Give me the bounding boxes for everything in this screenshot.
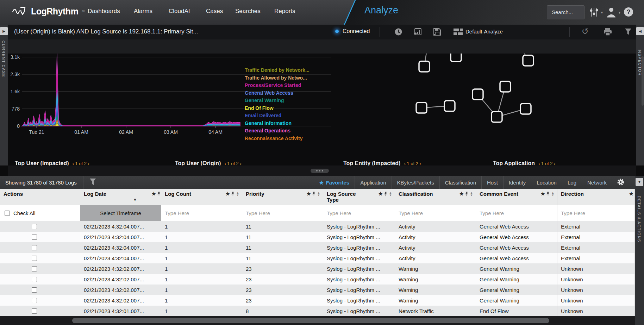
log-row[interactable]: 02/21/2023 4:32:04.007...111Syslog - Log… (0, 242, 635, 253)
column-header-common-event[interactable]: Common Event★▲▼ (476, 189, 557, 205)
nav-item-analyze-active[interactable]: Analyze (364, 5, 398, 16)
undo-icon[interactable]: ↺ (582, 27, 589, 36)
graph-node[interactable] (520, 104, 531, 114)
favorite-star-icon[interactable]: ★ (226, 191, 230, 196)
tab-network[interactable]: Network (582, 176, 612, 189)
legend-item[interactable]: Process/Service Started (245, 82, 310, 89)
column-header-log-count[interactable]: Log Count★▲▼ (161, 189, 242, 205)
active-sort-desc-icon[interactable]: ▼ (133, 198, 137, 202)
vertical-scrollbar-thumb[interactable] (642, 56, 644, 106)
sliders-icon[interactable] (589, 7, 599, 19)
filter-input-log-source-type[interactable]: Type Here (323, 210, 351, 216)
row-checkbox[interactable] (32, 235, 37, 240)
column-header-classification[interactable]: Classification★▲▼ (395, 189, 476, 205)
legend-item[interactable]: Reconnaissance Activity (245, 135, 310, 143)
pin-icon[interactable] (384, 192, 388, 196)
legend-item[interactable]: General Web Access (245, 89, 310, 97)
column-header-actions[interactable]: Actions (0, 189, 80, 205)
check-all-checkbox[interactable] (5, 211, 10, 216)
log-row[interactable]: 02/21/2023 4:32:01.007...18Syslog - LogR… (0, 306, 635, 316)
section-splitter[interactable] (8, 165, 636, 176)
nav-item-dashboards[interactable]: Dashboards (88, 8, 120, 15)
widget-pager[interactable]: ‹ 1 of 2 › (404, 161, 421, 165)
clock-icon[interactable] (394, 28, 402, 37)
graph-node[interactable] (419, 61, 430, 72)
tab-favorites[interactable]: ★Favorites (314, 176, 355, 189)
details-actions-label[interactable]: DETAILS & ACTIONS (637, 196, 641, 242)
filter-cell-log-date[interactable]: Select Timeframe (80, 205, 161, 221)
log-row[interactable]: 02/21/2023 4:32:02.007...123Syslog - Log… (0, 274, 635, 285)
filter-input-direction[interactable]: Type Here (557, 210, 585, 216)
filter-cell-log-count[interactable]: Type Here (161, 205, 242, 221)
graph-node[interactable] (492, 112, 502, 122)
log-row[interactable]: 02/21/2023 4:32:04.007...111Syslog - Log… (0, 253, 635, 263)
row-checkbox[interactable] (32, 298, 37, 303)
legend-item[interactable]: Traffic Denied by Network... (245, 67, 310, 74)
pin-icon[interactable] (546, 192, 550, 196)
graph-node[interactable] (500, 81, 511, 92)
tab-application[interactable]: Application (355, 176, 391, 189)
row-checkbox[interactable] (32, 277, 37, 282)
graph-node[interactable] (451, 54, 461, 62)
tab-log[interactable]: Log (562, 176, 582, 189)
filter-cell-classification[interactable]: Type Here (395, 205, 476, 221)
sort-arrows-icon[interactable]: ▲▼ (551, 192, 554, 196)
row-checkbox[interactable] (32, 245, 37, 250)
sort-arrows-icon[interactable]: ▲▼ (389, 192, 392, 196)
select-timeframe-button[interactable]: Select Timeframe (80, 205, 161, 221)
pin-icon[interactable] (312, 192, 316, 196)
nav-item-cases[interactable]: Cases (206, 8, 223, 15)
nav-item-alarms[interactable]: Alarms (134, 8, 152, 15)
pin-icon[interactable] (157, 192, 161, 196)
sliders-caret-icon[interactable]: ▼ (600, 11, 604, 14)
sort-arrows-icon[interactable]: ▲▼ (470, 192, 473, 196)
column-header-direction[interactable]: Direction★ (557, 189, 635, 205)
graph-node[interactable] (416, 102, 427, 113)
column-header-log-date[interactable]: Log Date★▼ (80, 189, 161, 205)
collapse-inspector-icon[interactable]: ◀ (636, 27, 644, 35)
filter-cell-direction[interactable]: Type Here (557, 205, 635, 221)
favorite-star-icon[interactable]: ★ (541, 191, 545, 196)
widget-pager[interactable]: ‹ 1 of 2 › (73, 161, 89, 165)
graph-node[interactable] (444, 101, 455, 111)
row-checkbox[interactable] (32, 266, 37, 271)
tab-host[interactable]: Host (481, 176, 503, 189)
logrhythm-logo[interactable]: LogRhythm ™ (12, 6, 85, 17)
favorite-star-icon[interactable]: ★ (459, 191, 464, 196)
column-header-log-source-type[interactable]: Log Source Type★▲▼ (323, 189, 395, 205)
log-row[interactable]: 02/21/2023 4:32:02.007...123Syslog - Log… (0, 285, 635, 295)
nav-item-reports[interactable]: Reports (274, 8, 295, 15)
help-icon[interactable]: ? (624, 7, 633, 17)
favorite-star-icon[interactable]: ★ (307, 191, 311, 196)
column-header-priority[interactable]: Priority★▲▼ (242, 189, 323, 205)
graph-node[interactable] (523, 55, 533, 66)
legend-item[interactable]: End Of Flow (245, 105, 310, 112)
grid-settings-gear-icon[interactable] (617, 178, 625, 187)
log-row[interactable]: 02/21/2023 4:32:04.007...111Syslog - Log… (0, 232, 635, 242)
filter-cell-log-source-type[interactable]: Type Here (323, 205, 395, 221)
filter-cell-common-event[interactable]: Type Here (476, 205, 557, 221)
tab-location[interactable]: Location (531, 176, 562, 189)
log-row[interactable]: 02/21/2023 4:32:02.007...123Syslog - Log… (0, 263, 635, 274)
tab-classification[interactable]: Classification (439, 176, 481, 189)
tab-kbytes-packets[interactable]: KBytes/Packets (392, 176, 439, 189)
filter-input-classification[interactable]: Type Here (395, 210, 423, 216)
pin-icon[interactable] (231, 192, 235, 196)
legend-item[interactable]: General Information (245, 120, 310, 127)
save-icon[interactable] (433, 28, 441, 37)
legend-item[interactable]: General Operations (245, 127, 310, 135)
log-row[interactable]: 02/21/2023 4:32:04.007...111Syslog - Log… (0, 221, 635, 232)
workspace-name[interactable]: Default-Analyze (465, 29, 503, 35)
favorite-star-icon[interactable]: ★ (379, 191, 383, 196)
filter-cell-priority[interactable]: Type Here (242, 205, 323, 221)
collapse-details-icon[interactable]: ▼ (636, 178, 643, 186)
legend-item[interactable]: Traffic Allowed by Netwo... (245, 74, 310, 82)
sort-arrows-icon[interactable]: ▲▼ (317, 192, 320, 196)
row-checkbox[interactable] (32, 308, 37, 314)
row-checkbox[interactable] (32, 256, 37, 261)
graph-node[interactable] (473, 89, 483, 100)
filter-icon[interactable] (625, 28, 632, 37)
tab-identity[interactable]: Identity (503, 176, 531, 189)
current-case-label[interactable]: CURRENT CASE (1, 40, 6, 77)
entity-node-graph[interactable] (398, 54, 560, 165)
